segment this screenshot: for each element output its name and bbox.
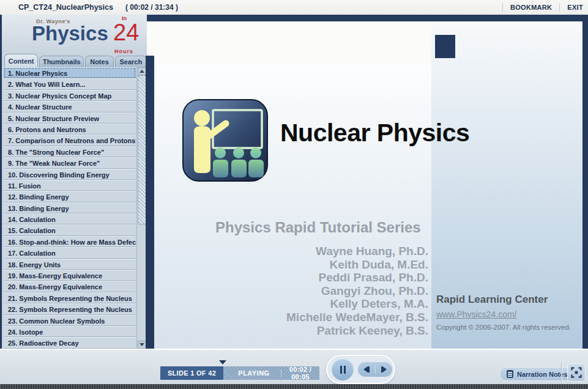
author-line: Patrick Keeney, B.S. — [208, 324, 428, 338]
slide-title: Nuclear Physics — [280, 119, 469, 147]
author-line: Gangyi Zhou, Ph.D. — [208, 284, 428, 298]
narration-notes-button[interactable]: Narration Notes — [499, 367, 575, 381]
logo-hours-text: Hours — [114, 48, 133, 54]
toc-item[interactable]: 9. The "Weak Nuclear Force" — [4, 157, 136, 168]
toc-item[interactable]: 13. Binding Energy — [4, 202, 136, 213]
logo-in-text: In — [122, 15, 127, 21]
toc-item[interactable]: 5. Nuclear Structure Preview — [4, 113, 136, 124]
toc-item[interactable]: 6. Protons and Neutrons — [4, 124, 136, 135]
divider — [561, 362, 562, 385]
divider — [559, 3, 560, 12]
bottom-edge-strip — [0, 384, 588, 389]
author-line: Wayne Huang, Ph.D. — [208, 245, 428, 258]
slide-logo-block — [435, 35, 455, 58]
toc-item[interactable]: 4. Nuclear Structure — [4, 101, 136, 112]
toc-item[interactable]: 22. Symbols Representing the Nucleus — [4, 303, 136, 314]
previous-slide-button[interactable] — [363, 366, 370, 372]
notes-document-icon — [507, 370, 513, 378]
toc-list: 1. Nuclear Physics 2. What You Will Lear… — [4, 67, 136, 349]
scroll-down-button[interactable] — [138, 341, 146, 349]
author-line: Peddi Prasad, Ph.D. — [208, 271, 428, 284]
org-website-link[interactable]: www.Physics24.com/ — [436, 309, 516, 319]
toc-item[interactable]: 14. Calculation — [4, 213, 136, 224]
tab-thumbnails[interactable]: Thumbnails — [39, 56, 84, 67]
toc-item[interactable]: 2. What You Will Learn... — [4, 78, 136, 89]
scroll-up-button[interactable] — [138, 67, 146, 75]
playback-status: PLAYING — [227, 369, 281, 377]
lesson-title: CP_CT24_NuclearPhysics — [18, 3, 113, 12]
scrollbar-thumb[interactable] — [138, 75, 146, 224]
org-name: Rapid Learning Center — [436, 294, 548, 306]
divider — [502, 3, 503, 12]
toc-item[interactable]: 3. Nuclear Physics Concept Map — [4, 90, 136, 101]
tab-search[interactable]: Search — [115, 56, 147, 67]
tab-content[interactable]: Content — [4, 54, 38, 67]
author-list: Wayne Huang, Ph.D. Keith Duda, M.Ed. Ped… — [208, 245, 428, 337]
fullscreen-icon — [570, 366, 582, 379]
pause-icon — [340, 366, 346, 374]
author-line: Michelle WedeMayer, B.S. — [208, 311, 428, 324]
exit-button[interactable]: EXIT — [567, 4, 583, 11]
toc-item[interactable]: 23. Common Nuclear Symbols — [4, 315, 136, 326]
toc-item[interactable]: 8. The "Strong Nuclear Force" — [4, 146, 136, 157]
sidebar-tabs: Content Thumbnails Notes Search — [4, 54, 147, 67]
toc-item[interactable]: 7. Comparison of Neutrons and Protons — [4, 135, 136, 146]
toc-item[interactable]: 24. Isotope — [4, 326, 136, 337]
toc-item[interactable]: 17. Calculation — [4, 247, 136, 258]
toc-item[interactable]: 19. Mass-Energy Equivalence — [4, 270, 136, 281]
toc-item[interactable]: 10. Discovering Binding Energy — [4, 169, 136, 180]
narration-notes-label: Narration Notes — [517, 371, 568, 378]
author-line: Keith Duda, M.Ed. — [208, 258, 428, 272]
presentation-icon — [182, 99, 268, 182]
step-back-bar-icon — [368, 366, 370, 372]
divider — [375, 365, 376, 374]
toc-item[interactable]: 16. Stop-and-think: How are Mass Defect … — [4, 236, 136, 247]
step-back-icon — [363, 366, 368, 372]
player-bar: SLIDE 1 OF 42 PLAYING 00:02 / 00:05 — [0, 349, 588, 389]
step-forward-icon — [382, 366, 387, 372]
toc-item[interactable]: 12. Binding Energy — [4, 191, 136, 202]
sidebar: Dr. Wayne's Physics 24 In Hours Content … — [0, 15, 147, 349]
playback-controls — [326, 355, 395, 384]
bookmark-button[interactable]: BOOKMARK — [510, 4, 552, 11]
slide-time-indicator: 00:02 / 00:05 — [281, 366, 319, 380]
tab-notes[interactable]: Notes — [85, 56, 113, 67]
stage-top-bar — [147, 15, 588, 21]
toc-item[interactable]: 25. Radioactive Decay — [4, 337, 136, 348]
fullscreen-button[interactable] — [567, 363, 586, 382]
title-bar: CP_CT24_NuclearPhysics ( 00:02 / 31:34 )… — [0, 0, 588, 15]
stage-right-border — [582, 15, 588, 349]
playhead-marker-icon[interactable] — [219, 360, 226, 365]
toc-item[interactable]: 21. Symbols Representing the Nucleus — [4, 292, 136, 303]
toc-item[interactable]: 1. Nuclear Physics — [4, 67, 136, 78]
brand-logo: Dr. Wayne's Physics 24 In Hours — [2, 15, 147, 54]
table-of-contents: 1. Nuclear Physics 2. What You Will Lear… — [4, 67, 147, 349]
author-line: Kelly Deters, M.A. — [208, 297, 428, 311]
logo-word-text: Physics — [32, 22, 108, 45]
toc-item[interactable]: 18. Energy Units — [4, 259, 136, 270]
slide-subtitle: Physics Rapid Tutorial Series — [215, 219, 421, 236]
stage-left-border — [146, 56, 154, 349]
pause-button[interactable] — [332, 358, 354, 380]
next-slide-button[interactable] — [381, 366, 387, 372]
total-time-indicator: ( 00:02 / 31:34 ) — [125, 3, 178, 12]
toc-item[interactable]: 11. Fusion — [4, 180, 136, 191]
application-window: CP_CT24_NuclearPhysics ( 00:02 / 31:34 )… — [0, 0, 588, 389]
arrow-down-icon — [140, 343, 144, 346]
toc-item[interactable]: 15. Calculation — [4, 224, 136, 235]
toc-item[interactable]: 20. Mass-Energy Equivalence — [4, 281, 136, 292]
logo-number-text: 24 — [113, 20, 139, 46]
slide-indicator: SLIDE 1 OF 42 — [160, 366, 223, 380]
copyright-text: Copyright © 2006-2007. All rights reserv… — [436, 324, 571, 331]
playback-progress-bar[interactable]: SLIDE 1 OF 42 PLAYING 00:02 / 00:05 — [160, 366, 319, 380]
arrow-up-icon — [140, 70, 144, 73]
